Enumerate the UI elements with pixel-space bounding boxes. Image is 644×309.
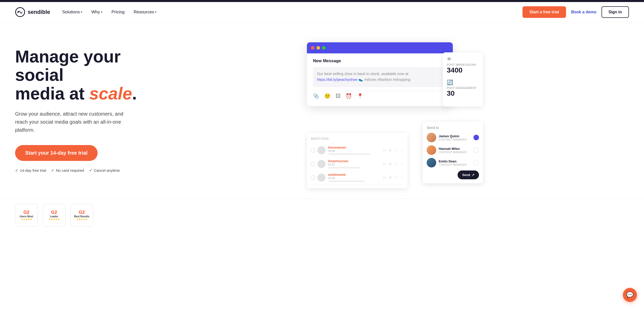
logo-text: sendible (28, 9, 50, 15)
user-row-emilo: Emilo Dean CONTENT MANAGER (427, 158, 479, 167)
more-icon[interactable]: ⋯ (400, 162, 404, 166)
send-button[interactable]: Send ↗ (458, 170, 479, 179)
hero-cta-button[interactable]: Start your 14-day free trial (15, 145, 98, 161)
nav-pricing[interactable]: Pricing (111, 10, 125, 15)
trust-item-cancel: ✓ Cancel anytime (89, 168, 120, 173)
user-info-hannah: Hannah Miles CONTENT MANAGER (439, 147, 471, 154)
check-icon: ✓ (51, 168, 54, 173)
svg-point-1 (17, 11, 19, 13)
avatar-james (427, 133, 436, 142)
trust-item-trial: ✓ 14-day free trial (15, 168, 46, 173)
schedule-icon[interactable]: ⏰ (346, 93, 352, 99)
impressions-stat: 👁 POST IMPRESSIONS 3400 (447, 56, 479, 74)
mention-row-2: Smartsocials 01:52 ↩ ↺ ♡ ⋯ (311, 157, 404, 171)
compose-toolbar: 📎 🙂 🖼 ⏰ 📍 (313, 91, 447, 101)
mention-info-2: Smartsocials 01:52 (328, 159, 381, 168)
like-icon[interactable]: ♡ (394, 176, 397, 180)
reply-icon[interactable]: ↩ (383, 148, 386, 152)
check-icon: ✓ (15, 168, 18, 173)
more-icon[interactable]: ⋯ (400, 148, 404, 152)
user-row-hannah: Hannah Miles CONTENT MANAGER (427, 145, 479, 155)
radio-emilo[interactable] (473, 160, 479, 165)
retweet-icon[interactable]: ↺ (389, 176, 392, 180)
navbar: sendible Solutions ▾ Why ▾ Pricing Resou… (0, 2, 644, 22)
mention-bar-3 (328, 181, 365, 182)
logo-icon (15, 7, 25, 17)
chevron-down-icon: ▾ (155, 10, 156, 14)
hero-subtitle: Grow your audience, attract new customer… (15, 110, 131, 134)
mention-checkbox-2[interactable] (311, 162, 315, 166)
reply-icon[interactable]: ↩ (383, 162, 386, 166)
reply-icon[interactable]: ↩ (383, 176, 386, 180)
hero-right: New Message Our best-selling shoe is bac… (161, 42, 629, 188)
top-bar (0, 0, 644, 2)
clearfix: Send ↗ (427, 170, 479, 179)
check-icon: ✓ (89, 168, 92, 173)
book-demo-link[interactable]: Book a demo (571, 10, 596, 14)
nav-resources[interactable]: Resources ▾ (134, 10, 156, 15)
compose-label: New Message (313, 58, 447, 63)
location-icon[interactable]: 📍 (357, 93, 363, 99)
hero-left: Manage your social media at scale. Grow … (15, 42, 146, 173)
compose-link: https://bit.ly/peachyshoe (317, 77, 357, 82)
like-icon[interactable]: ♡ (394, 162, 397, 166)
user-row-james: James Quinn CONTENT MANAGER (427, 133, 479, 142)
mention-actions-3: ↩ ↺ ♡ ⋯ (383, 176, 404, 180)
avatar-hannah (427, 145, 436, 155)
radio-hannah[interactable] (473, 147, 479, 153)
nav-right: Start a free trial Book a demo Sign in (522, 6, 629, 18)
mention-checkbox-1[interactable] (311, 148, 315, 152)
like-icon[interactable]: ♡ (394, 148, 397, 152)
window-dot-red (311, 46, 314, 50)
g2-badge-2: G2 Leader ★★★★★ (43, 204, 65, 226)
mention-info-1: thenewman 03:00 (328, 146, 381, 155)
mention-checkbox-3[interactable] (311, 176, 315, 180)
logo[interactable]: sendible (15, 7, 50, 17)
hero-section: Manage your social media at scale. Grow … (0, 22, 644, 198)
impressions-icon: 👁 (447, 56, 479, 62)
window-dot-yellow (316, 46, 320, 50)
retweet-icon[interactable]: ↺ (389, 148, 392, 152)
mention-info-3: webtheweb 12:00 (328, 173, 381, 182)
engagement-icon: 🔄 (447, 79, 479, 85)
sign-in-button[interactable]: Sign in (601, 6, 629, 18)
nav-solutions[interactable]: Solutions ▾ (62, 10, 82, 15)
mentions-label: MENTIONS (311, 137, 404, 141)
compose-text-area[interactable]: Our best-selling shoe is back in stock, … (313, 67, 447, 87)
user-info-emilo: Emilo Dean CONTENT MANAGER (439, 159, 471, 166)
compose-body: New Message Our best-selling shoe is bac… (307, 53, 453, 106)
mention-bar-1 (328, 153, 370, 155)
mention-row-1: thenewman 03:00 ↩ ↺ ♡ ⋯ (311, 144, 404, 157)
mockup-container: New Message Our best-selling shoe is bac… (307, 42, 483, 188)
retweet-icon[interactable]: ↺ (389, 162, 392, 166)
nav-links: Solutions ▾ Why ▾ Pricing Resources ▾ (62, 10, 156, 15)
nav-why[interactable]: Why ▾ (91, 10, 102, 15)
engagement-stat: 🔄 POST ENGAGEMENT 30 (447, 79, 479, 97)
image-icon[interactable]: 🖼 (336, 93, 341, 99)
send-arrow-icon: ↗ (472, 173, 474, 177)
mention-bar-2 (328, 167, 359, 168)
emoji-icon[interactable]: 🙂 (324, 93, 331, 99)
attachment-icon[interactable]: 📎 (313, 93, 319, 99)
compose-titlebar (307, 42, 453, 53)
mention-avatar-1 (317, 146, 326, 154)
start-trial-button[interactable]: Start a free trial (522, 6, 566, 18)
g2-badges-row: G2 Users Most ★★★★★ G2 Leader ★★★★★ G2 B… (0, 198, 644, 231)
trust-item-card: ✓ No card required (51, 168, 84, 173)
send-to-label: Send to (427, 126, 479, 130)
mention-row-3: webtheweb 12:00 ↩ ↺ ♡ ⋯ (311, 171, 404, 184)
window-dot-green (322, 46, 326, 50)
mention-actions-1: ↩ ↺ ♡ ⋯ (383, 148, 404, 152)
mention-avatar-3 (317, 174, 326, 182)
chevron-down-icon: ▾ (101, 10, 102, 14)
avatar-emilo (427, 158, 436, 167)
g2-badge-3: G2 Best Results ★★★★★ (70, 204, 93, 226)
user-info-james: James Quinn CONTENT MANAGER (439, 134, 471, 141)
stats-panel: 👁 POST IMPRESSIONS 3400 🔄 POST ENGAGEMEN… (443, 52, 483, 107)
g2-badge-1: G2 Users Most ★★★★★ (15, 204, 38, 226)
hero-title: Manage your social media at scale. (15, 47, 146, 103)
mentions-panel: MENTIONS thenewman 03:00 ↩ ↺ ♡ ⋯ (307, 133, 408, 188)
more-icon[interactable]: ⋯ (400, 176, 404, 180)
send-to-panel: Send to James Quinn CONTENT MANAGER Hann… (423, 122, 483, 183)
radio-james[interactable] (473, 135, 479, 140)
